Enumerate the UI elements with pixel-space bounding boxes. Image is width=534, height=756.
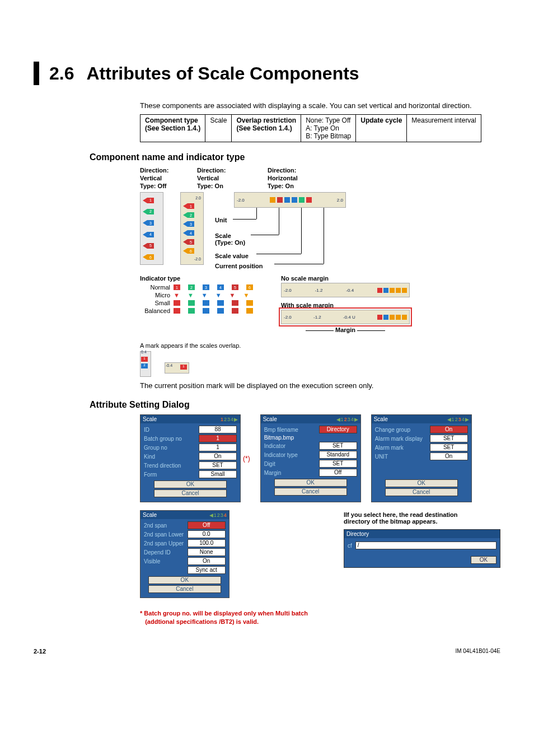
dlg1-f4-lab: Trend direction bbox=[144, 463, 181, 469]
sb1-c: -0.4 bbox=[346, 288, 354, 293]
th-component-type: Component type bbox=[145, 116, 198, 124]
dlg4-f4-val[interactable]: On bbox=[188, 557, 226, 565]
dlg3-f0-val[interactable]: On bbox=[430, 426, 468, 433]
dlg2-cancel-button[interactable]: Cancel bbox=[274, 488, 347, 496]
section-title: Attributes of Scale Components bbox=[86, 63, 359, 84]
dlg2-f5-lab: Margin bbox=[264, 470, 282, 476]
dlg1-f5-val[interactable]: Small bbox=[199, 470, 237, 478]
dlg2-f0-lab: Bmp filename bbox=[264, 427, 298, 433]
th-see-section-2: (See Section 1.4.) bbox=[236, 124, 292, 132]
indicator-row-balanced: Balanced bbox=[140, 307, 170, 314]
dlg3-f1-val[interactable]: SET bbox=[430, 435, 468, 442]
dir2-b: Vertical bbox=[197, 175, 219, 181]
dir1-b: Vertical bbox=[140, 175, 162, 181]
dlg4-f5-val[interactable]: Sync act bbox=[188, 566, 226, 574]
dlg1-f1-val[interactable]: 1 bbox=[199, 435, 237, 442]
asterisk-marker: (*) bbox=[243, 455, 250, 463]
dlg2-f0-val[interactable]: Directory bbox=[319, 426, 357, 433]
margin-label: Margin bbox=[335, 326, 355, 333]
dlg3-f2-val[interactable]: SET bbox=[430, 444, 468, 451]
dlg4-f3-val[interactable]: None bbox=[188, 548, 226, 556]
dlg3-f3-val[interactable]: On bbox=[430, 452, 468, 460]
heading-bar bbox=[34, 62, 39, 85]
footnote-line-1: * Batch group no. will be displayed only… bbox=[140, 610, 308, 617]
dlg2-f1-lab: Bitmap.bmp bbox=[264, 435, 357, 441]
callout-scale-2: (Type: On) bbox=[215, 239, 245, 246]
dlg1-tabs[interactable]: 1234▶ bbox=[220, 416, 238, 422]
dir3-a: Direction: bbox=[268, 167, 296, 174]
dir-dlg-input[interactable]: / bbox=[355, 542, 496, 549]
hscale-left: -2.0 bbox=[237, 198, 245, 203]
th-overlap: Overlap restriction bbox=[236, 116, 296, 124]
dlg4-tabs[interactable]: ◀1234 bbox=[209, 512, 227, 518]
callout-current-position: Current position bbox=[215, 263, 263, 269]
dlg1-ok-button[interactable]: OK bbox=[154, 480, 227, 488]
indicator-row-small: Small bbox=[140, 300, 170, 306]
dlg4-title: Scale bbox=[143, 512, 157, 518]
overlap-thumbs: 0.4 1 2 -0.4 1 bbox=[140, 351, 500, 377]
component-table: Component type (See Section 1.4.) Scale … bbox=[140, 114, 481, 142]
dir-dlg-ok-button[interactable]: OK bbox=[471, 556, 496, 564]
directory-dialog: Directory cf / OK bbox=[344, 529, 500, 568]
dir1-c: Type: Off bbox=[140, 183, 166, 189]
dialog-scale-4: Scale◀1234 2nd spanOff 2nd span Lower0.0… bbox=[140, 510, 229, 598]
dlg3-f3-lab: UNIT bbox=[375, 454, 388, 460]
dlg1-f5-lab: Form bbox=[144, 472, 157, 478]
td-overlap-b: B: Type Bitmap bbox=[306, 132, 351, 140]
dlg4-f1-lab: 2nd span Lower bbox=[144, 531, 184, 538]
dlg4-cancel-button[interactable]: Cancel bbox=[148, 585, 221, 593]
dlg1-f2-lab: Group no bbox=[144, 445, 167, 451]
dlg3-title: Scale bbox=[374, 416, 388, 422]
dialog-scale-3: Scale◀1234▶ Change groupOn Alarm mark di… bbox=[371, 414, 472, 502]
dlg1-f3-val[interactable]: On bbox=[199, 452, 237, 460]
dir3-c: Type: On bbox=[268, 183, 294, 189]
dlg1-cancel-button[interactable]: Cancel bbox=[154, 489, 227, 497]
dlg1-f4-val[interactable]: SET bbox=[199, 461, 237, 469]
page-number: 2-12 bbox=[34, 648, 46, 655]
scalebar-no-margin: -2.0 -1.2 -0.4 bbox=[281, 283, 410, 297]
dlg4-f0-val[interactable]: Off bbox=[188, 521, 226, 529]
section-heading: 2.6 Attributes of Scale Components bbox=[34, 62, 500, 85]
hscale-right: 2.0 bbox=[337, 198, 343, 203]
subheading-attribute-dialog: Attribute Setting Dialog bbox=[90, 400, 500, 410]
dir2-c: Type: On bbox=[197, 183, 223, 189]
dir3-b: Horizontal bbox=[268, 175, 298, 181]
dlg2-f3-val[interactable]: Standard bbox=[319, 451, 357, 459]
dlg2-f2-val[interactable]: SET bbox=[319, 442, 357, 450]
dlg4-f1-val[interactable]: 0.0 bbox=[188, 530, 226, 538]
dlg4-ok-button[interactable]: OK bbox=[148, 576, 221, 584]
dlg1-f0-val[interactable]: 88 bbox=[199, 426, 237, 433]
dlg2-tabs[interactable]: ◀1234▶ bbox=[336, 416, 358, 422]
dlg3-f0-lab: Change group bbox=[375, 427, 410, 433]
dlg2-title: Scale bbox=[263, 416, 277, 422]
td-overlap-none: None: Type Off bbox=[306, 116, 350, 124]
dlg2-ok-button[interactable]: OK bbox=[274, 479, 347, 487]
dlg3-ok-button[interactable]: OK bbox=[385, 479, 458, 487]
indicator-row-normal: Normal bbox=[140, 284, 170, 291]
dlg2-f5-val[interactable]: Off bbox=[319, 469, 357, 477]
scalebar-with-margin: -2.0 -1.2 -0.4 U bbox=[281, 310, 410, 324]
dlg2-f4-val[interactable]: SET bbox=[319, 460, 357, 468]
section-number: 2.6 bbox=[49, 63, 74, 84]
dlg4-f0-lab: 2nd span bbox=[144, 522, 167, 529]
footnote-line-2: (addtional specifications /BT2) is valid… bbox=[145, 618, 259, 625]
dlg3-cancel-button[interactable]: Cancel bbox=[385, 488, 458, 496]
ov-h-val: -0.4 bbox=[166, 363, 172, 367]
callout-scale-value: Scale value bbox=[215, 253, 249, 259]
dialog-scale-1: Scale1234▶ ID88 Batch group no1 Group no… bbox=[140, 414, 241, 502]
dlg4-f2-val[interactable]: 100.0 bbox=[188, 539, 226, 547]
dlg3-tabs[interactable]: ◀1234▶ bbox=[447, 416, 469, 422]
td-update-value: Measurement interval bbox=[407, 115, 481, 142]
dlg4-f4-lab: Visible bbox=[144, 558, 160, 564]
callout-scale-1: Scale bbox=[215, 232, 231, 239]
dir-dlg-label: cf bbox=[348, 543, 352, 549]
exec-note: The current position mark will be displa… bbox=[140, 381, 500, 390]
thumb-horizontal-wrap: -2.0 2.0 Unit Scale (Type: On) bbox=[234, 192, 346, 208]
doc-id: IM 04L41B01-04E bbox=[455, 648, 500, 655]
dlg1-f2-val[interactable]: 1 bbox=[199, 444, 237, 451]
dlg1-f1-lab: Batch group no bbox=[144, 436, 182, 442]
td-overlap-a: A: Type On bbox=[306, 124, 339, 132]
dlg4-f2-lab: 2nd span Upper bbox=[144, 540, 184, 547]
ov-v-val: 0.4 bbox=[141, 350, 147, 354]
sb1-a: -2.0 bbox=[284, 288, 292, 293]
